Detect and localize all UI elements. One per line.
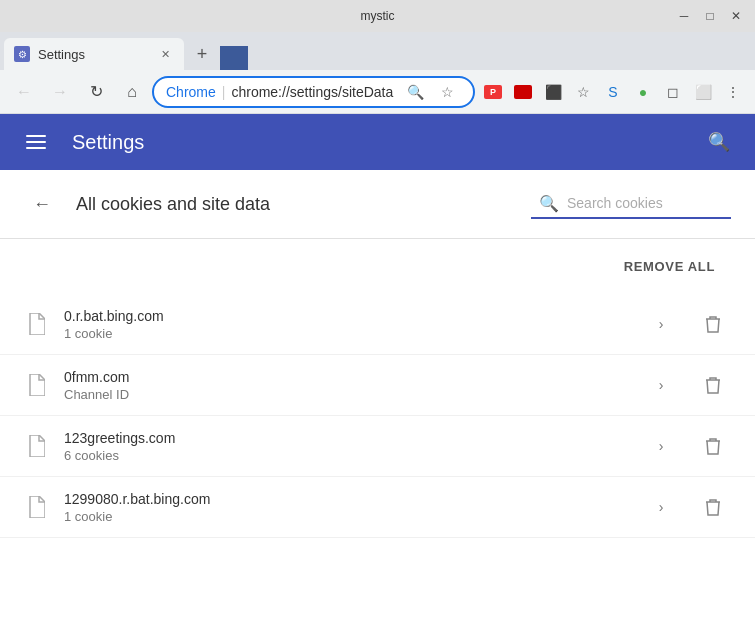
remove-all-button[interactable]: REMOVE ALL [608, 251, 731, 282]
cookie-domain: 0.r.bat.bing.com [64, 308, 627, 324]
cookie-item: 123greetings.com 6 cookies › [0, 416, 755, 477]
hamburger-menu-button[interactable] [16, 122, 56, 162]
cookie-expand-button[interactable]: › [643, 489, 679, 525]
toolbar-icon-5[interactable]: ◻ [659, 78, 687, 106]
cookie-item: 1299080.r.bat.bing.com 1 cookie › [0, 477, 755, 538]
settings-search-button[interactable]: 🔍 [699, 122, 739, 162]
cookie-item: 0fmm.com Channel ID › [0, 355, 755, 416]
pocket-button[interactable]: P [479, 78, 507, 106]
hamburger-line-3 [26, 147, 46, 149]
search-cookies-box[interactable]: 🔍 [531, 190, 731, 219]
file-icon [24, 312, 48, 336]
cast-button[interactable]: ⬜ [689, 78, 717, 106]
cookie-delete-button[interactable] [695, 489, 731, 525]
cookie-domain: 0fmm.com [64, 369, 627, 385]
minimize-button[interactable]: ─ [673, 5, 695, 27]
cookie-delete-button[interactable] [695, 306, 731, 342]
cookies-page: ← All cookies and site data 🔍 REMOVE ALL… [0, 170, 755, 538]
back-to-settings-button[interactable]: ← [24, 186, 60, 222]
hamburger-line-1 [26, 135, 46, 137]
cookies-page-title: All cookies and site data [76, 194, 515, 215]
cookie-info: 123greetings.com 6 cookies [64, 430, 627, 463]
cookie-detail: Channel ID [64, 387, 627, 402]
cookie-detail: 6 cookies [64, 448, 627, 463]
tab-title: Settings [38, 47, 85, 62]
cookie-info: 0fmm.com Channel ID [64, 369, 627, 402]
address-url: chrome://settings/siteData [231, 84, 395, 100]
cookie-info: 1299080.r.bat.bing.com 1 cookie [64, 491, 627, 524]
file-icon [24, 434, 48, 458]
toolbar-icon-4[interactable]: ● [629, 78, 657, 106]
back-button[interactable]: ← [8, 76, 40, 108]
toolbar-icon-1[interactable] [509, 78, 537, 106]
toolbar-icon-3[interactable]: S [599, 78, 627, 106]
remove-all-row: REMOVE ALL [0, 239, 755, 294]
toolbar-icons: P ⬛ ☆ S ● ◻ ⬜ ⋮ [479, 78, 747, 106]
chrome-label: Chrome [166, 84, 216, 100]
address-search-button[interactable]: 🔍 [401, 78, 429, 106]
navbar: ← → ↻ ⌂ Chrome | chrome://settings/siteD… [0, 70, 755, 114]
cookie-delete-button[interactable] [695, 428, 731, 464]
main-content: ← All cookies and site data 🔍 REMOVE ALL… [0, 170, 755, 629]
address-separator: | [222, 84, 226, 100]
close-window-button[interactable]: ✕ [725, 5, 747, 27]
tab-close-button[interactable]: ✕ [156, 45, 174, 63]
settings-title: Settings [72, 131, 683, 154]
refresh-button[interactable]: ↻ [80, 76, 112, 108]
hamburger-line-2 [26, 141, 46, 143]
username-label: mystic [361, 9, 395, 23]
search-cookies-input[interactable] [567, 195, 717, 211]
cookies-page-header: ← All cookies and site data 🔍 [0, 170, 755, 239]
settings-header: Settings 🔍 [0, 114, 755, 170]
cookie-delete-button[interactable] [695, 367, 731, 403]
address-bar[interactable]: Chrome | chrome://settings/siteData 🔍 ☆ [152, 76, 475, 108]
file-icon [24, 373, 48, 397]
profile-icon[interactable] [220, 46, 248, 70]
forward-button[interactable]: → [44, 76, 76, 108]
cookie-item: 0.r.bat.bing.com 1 cookie › [0, 294, 755, 355]
maximize-button[interactable]: □ [699, 5, 721, 27]
tab-favicon: ⚙ [14, 46, 30, 62]
bookmarks-button[interactable]: ☆ [569, 78, 597, 106]
cookie-expand-button[interactable]: › [643, 367, 679, 403]
menu-button[interactable]: ⋮ [719, 78, 747, 106]
home-button[interactable]: ⌂ [116, 76, 148, 108]
toolbar-icon-2[interactable]: ⬛ [539, 78, 567, 106]
cookie-info: 0.r.bat.bing.com 1 cookie [64, 308, 627, 341]
file-icon [24, 495, 48, 519]
cookie-detail: 1 cookie [64, 509, 627, 524]
bookmark-button[interactable]: ☆ [433, 78, 461, 106]
cookie-detail: 1 cookie [64, 326, 627, 341]
cookie-expand-button[interactable]: › [643, 306, 679, 342]
cookie-domain: 1299080.r.bat.bing.com [64, 491, 627, 507]
address-bar-icons: 🔍 ☆ [401, 78, 461, 106]
tabbar: ⚙ Settings ✕ + [0, 32, 755, 70]
titlebar: mystic ─ □ ✕ [0, 0, 755, 32]
search-cookies-icon: 🔍 [539, 194, 559, 213]
cookie-domain: 123greetings.com [64, 430, 627, 446]
settings-tab[interactable]: ⚙ Settings ✕ [4, 38, 184, 70]
cookie-expand-button[interactable]: › [643, 428, 679, 464]
new-tab-button[interactable]: + [188, 40, 216, 68]
